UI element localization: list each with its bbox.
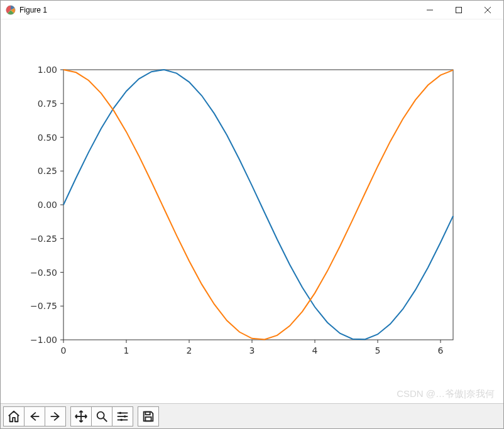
line-chart: 0123456−1.00−0.75−0.50−0.250.000.250.500… bbox=[1, 19, 503, 403]
matplotlib-toolbar bbox=[1, 403, 503, 428]
svg-text:0.50: 0.50 bbox=[38, 133, 57, 143]
svg-text:2: 2 bbox=[187, 345, 192, 356]
svg-rect-5 bbox=[63, 70, 453, 340]
save-button[interactable] bbox=[138, 406, 159, 426]
svg-line-39 bbox=[104, 418, 107, 421]
svg-point-45 bbox=[120, 418, 123, 421]
svg-text:6: 6 bbox=[438, 345, 444, 356]
zoom-button[interactable] bbox=[91, 406, 112, 426]
matplotlib-icon bbox=[6, 5, 16, 15]
series-cos(x) bbox=[63, 70, 453, 340]
back-button[interactable] bbox=[24, 406, 45, 426]
plot-canvas[interactable]: 0123456−1.00−0.75−0.50−0.250.000.250.500… bbox=[1, 19, 503, 403]
svg-text:5: 5 bbox=[375, 345, 381, 356]
close-button[interactable] bbox=[473, 1, 502, 19]
minimize-button[interactable] bbox=[415, 1, 444, 19]
svg-text:0: 0 bbox=[61, 345, 67, 356]
svg-text:0.25: 0.25 bbox=[38, 166, 57, 176]
titlebar: Figure 1 bbox=[1, 1, 503, 19]
svg-text:3: 3 bbox=[249, 345, 255, 356]
configure-button[interactable] bbox=[112, 406, 133, 426]
svg-point-38 bbox=[97, 411, 104, 418]
svg-rect-46 bbox=[145, 411, 150, 415]
window-title: Figure 1 bbox=[19, 6, 47, 14]
svg-text:0.00: 0.00 bbox=[38, 200, 57, 210]
svg-text:−0.25: −0.25 bbox=[30, 234, 57, 244]
maximize-button[interactable] bbox=[444, 1, 473, 19]
home-button[interactable] bbox=[3, 406, 25, 426]
svg-rect-47 bbox=[145, 416, 151, 420]
svg-text:−0.75: −0.75 bbox=[30, 301, 57, 311]
svg-text:1.00: 1.00 bbox=[38, 65, 57, 75]
svg-rect-2 bbox=[456, 7, 462, 13]
svg-text:−0.50: −0.50 bbox=[30, 268, 57, 278]
series-sin(x) bbox=[63, 70, 453, 339]
svg-text:−1.00: −1.00 bbox=[30, 335, 57, 345]
pan-button[interactable] bbox=[70, 406, 92, 426]
svg-text:0.75: 0.75 bbox=[38, 99, 57, 109]
forward-button[interactable] bbox=[45, 406, 66, 426]
svg-point-43 bbox=[119, 411, 122, 414]
svg-text:1: 1 bbox=[124, 345, 129, 356]
svg-point-44 bbox=[124, 415, 126, 418]
svg-text:4: 4 bbox=[312, 345, 318, 356]
